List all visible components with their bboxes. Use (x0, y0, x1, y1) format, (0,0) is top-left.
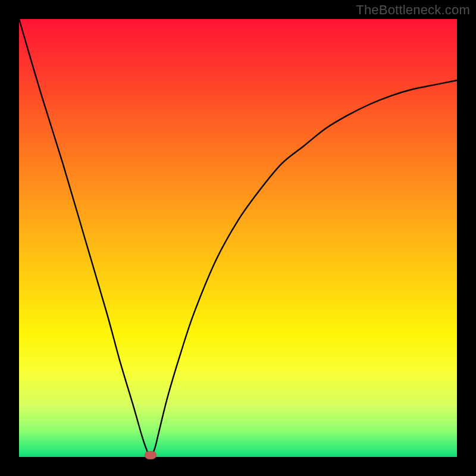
watermark-text: TheBottleneck.com (356, 2, 470, 18)
chart-plot-area (19, 19, 457, 457)
optimal-point-marker (145, 451, 156, 459)
bottleneck-curve (19, 19, 457, 457)
chart-frame: TheBottleneck.com (0, 0, 476, 476)
